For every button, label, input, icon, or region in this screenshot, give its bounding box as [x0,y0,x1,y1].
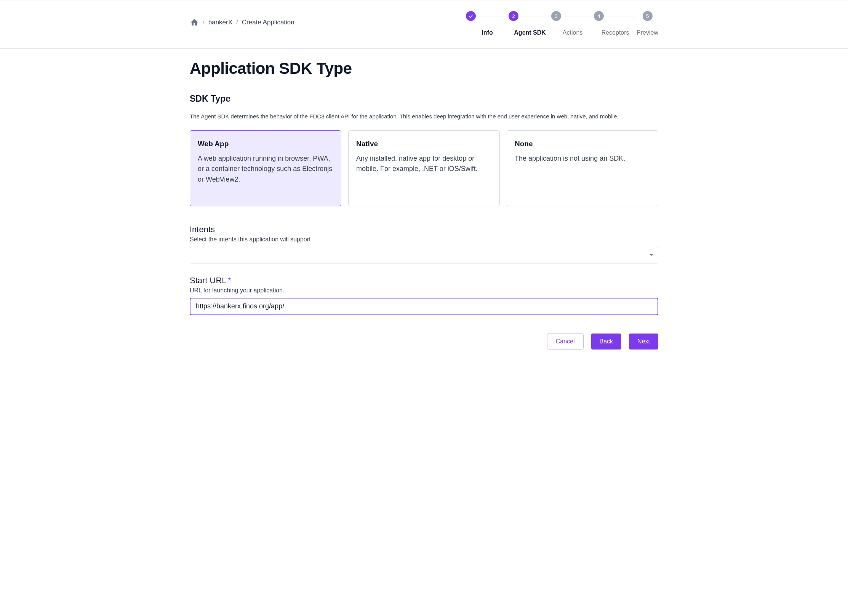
sdk-card-title: Web App [198,140,333,148]
home-icon[interactable] [190,18,199,27]
step-label: Receptors [602,29,629,36]
step-agent-sdk[interactable]: 2 Agent SDK [509,11,551,36]
sdk-type-description: The Agent SDK determines the behavior of… [190,112,658,121]
next-button[interactable]: Next [629,334,658,349]
start-url-field: Start URL* URL for launching your applic… [190,276,658,315]
sdk-card-title: Native [356,140,492,148]
intents-field: Intents Select the intents this applicat… [190,225,658,263]
breadcrumb-separator: / [236,19,238,26]
step-label: Info [482,29,493,36]
sdk-card-web-app[interactable]: Web App A web application running in bro… [190,130,341,206]
step-info[interactable]: Info [466,11,509,36]
sdk-card-title: None [515,140,650,148]
step-receptors[interactable]: 4 Receptors [594,11,637,36]
sdk-type-title: SDK Type [190,94,658,104]
step-circle-pending: 4 [594,11,604,21]
step-label: Actions [563,29,582,36]
step-connector [563,16,592,16]
intents-title: Intents [190,225,658,235]
step-connector [477,16,507,16]
step-actions[interactable]: 3 Actions [551,11,594,36]
start-url-title: Start URL* [190,276,658,286]
start-url-input[interactable] [190,298,658,315]
breadcrumb-item-create-application[interactable]: Create Application [242,19,294,26]
sdk-card-body: Any installed, native app for desktop or… [356,153,492,175]
step-connector [520,16,550,16]
sdk-card-native[interactable]: Native Any installed, native app for des… [348,130,500,206]
cancel-button[interactable]: Cancel [547,334,584,349]
back-button[interactable]: Back [591,334,622,349]
start-url-subtitle: URL for launching your application. [190,287,658,294]
step-circle-pending: 5 [643,11,653,21]
sdk-card-body: A web application running in browser, PW… [198,153,333,185]
sdk-type-options: Web App A web application running in bro… [190,130,658,206]
step-circle-pending: 3 [551,11,561,21]
breadcrumb-item-bankerx[interactable]: bankerX [208,19,232,26]
sdk-card-body: The application is not using an SDK. [515,153,650,164]
step-circle-active: 2 [509,11,518,21]
action-buttons: Cancel Back Next [190,334,658,349]
page-title: Application SDK Type [190,59,658,78]
breadcrumb-separator: / [203,19,205,26]
step-connector [605,16,635,16]
intents-subtitle: Select the intents this application will… [190,236,658,243]
step-label: Preview [637,29,658,36]
step-label: Agent SDK [514,29,546,36]
step-preview[interactable]: 5 Preview [637,11,658,36]
chevron-down-icon [650,254,653,256]
check-icon [468,13,474,19]
stepper: Info 2 Agent SDK 3 Actions 4 [466,11,658,36]
required-indicator: * [228,276,232,285]
intents-select[interactable] [190,247,658,263]
step-circle-done [466,11,476,21]
breadcrumb: / bankerX / Create Application [190,11,294,27]
sdk-card-none[interactable]: None The application is not using an SDK… [507,130,658,206]
